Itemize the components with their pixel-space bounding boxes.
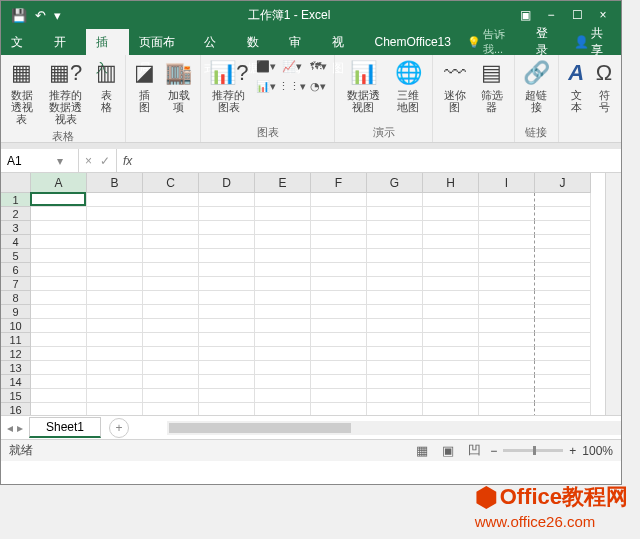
cell-J6[interactable] bbox=[535, 263, 591, 277]
cell-F2[interactable] bbox=[311, 207, 367, 221]
cell-F8[interactable] bbox=[311, 291, 367, 305]
cell-I3[interactable] bbox=[479, 221, 535, 235]
cell-J14[interactable] bbox=[535, 375, 591, 389]
cell-D3[interactable] bbox=[199, 221, 255, 235]
scatter-chart-icon[interactable]: ⋮⋮▾ bbox=[280, 77, 304, 95]
cell-B15[interactable] bbox=[87, 389, 143, 403]
cell-B4[interactable] bbox=[87, 235, 143, 249]
cell-A3[interactable] bbox=[31, 221, 87, 235]
tab-file[interactable]: 文件 bbox=[1, 29, 44, 55]
cell-C9[interactable] bbox=[143, 305, 199, 319]
cell-H8[interactable] bbox=[423, 291, 479, 305]
cell-C5[interactable] bbox=[143, 249, 199, 263]
row-header-2[interactable]: 2 bbox=[1, 207, 31, 221]
cell-J13[interactable] bbox=[535, 361, 591, 375]
tab-page-layout[interactable]: 页面布局 bbox=[129, 29, 194, 55]
cell-C6[interactable] bbox=[143, 263, 199, 277]
cell-G10[interactable] bbox=[367, 319, 423, 333]
text-button[interactable]: A文本 bbox=[563, 57, 589, 115]
cell-F3[interactable] bbox=[311, 221, 367, 235]
cell-I12[interactable] bbox=[479, 347, 535, 361]
cells-area[interactable] bbox=[31, 193, 591, 415]
cell-C3[interactable] bbox=[143, 221, 199, 235]
tab-insert[interactable]: 插入 bbox=[86, 29, 129, 55]
cell-B16[interactable] bbox=[87, 403, 143, 415]
cell-C14[interactable] bbox=[143, 375, 199, 389]
cell-A5[interactable] bbox=[31, 249, 87, 263]
cell-A7[interactable] bbox=[31, 277, 87, 291]
column-header-E[interactable]: E bbox=[255, 173, 311, 193]
horizontal-scrollbar[interactable] bbox=[167, 421, 621, 435]
cell-I14[interactable] bbox=[479, 375, 535, 389]
cell-J9[interactable] bbox=[535, 305, 591, 319]
cell-J7[interactable] bbox=[535, 277, 591, 291]
column-header-B[interactable]: B bbox=[87, 173, 143, 193]
select-all-corner[interactable] bbox=[1, 173, 31, 193]
cell-E3[interactable] bbox=[255, 221, 311, 235]
symbols-button[interactable]: Ω符号 bbox=[591, 57, 617, 115]
cell-J11[interactable] bbox=[535, 333, 591, 347]
cell-A1[interactable] bbox=[31, 193, 87, 207]
row-header-13[interactable]: 13 bbox=[1, 361, 31, 375]
cell-G2[interactable] bbox=[367, 207, 423, 221]
share-button[interactable]: 👤 共享 bbox=[566, 25, 621, 59]
row-header-12[interactable]: 12 bbox=[1, 347, 31, 361]
cell-F14[interactable] bbox=[311, 375, 367, 389]
cell-J4[interactable] bbox=[535, 235, 591, 249]
cell-H5[interactable] bbox=[423, 249, 479, 263]
cell-B6[interactable] bbox=[87, 263, 143, 277]
cell-E7[interactable] bbox=[255, 277, 311, 291]
addins-button[interactable]: 🏬加载项 bbox=[161, 57, 196, 115]
add-sheet-button[interactable]: + bbox=[109, 418, 129, 438]
cell-J5[interactable] bbox=[535, 249, 591, 263]
column-header-A[interactable]: A bbox=[31, 173, 87, 193]
cell-H9[interactable] bbox=[423, 305, 479, 319]
bar-chart-icon[interactable]: ⬛▾ bbox=[254, 57, 278, 75]
cell-E5[interactable] bbox=[255, 249, 311, 263]
cell-H12[interactable] bbox=[423, 347, 479, 361]
row-header-3[interactable]: 3 bbox=[1, 221, 31, 235]
pie-chart-icon[interactable]: ◔▾ bbox=[306, 77, 330, 95]
cell-J2[interactable] bbox=[535, 207, 591, 221]
cell-F1[interactable] bbox=[311, 193, 367, 207]
tab-data[interactable]: 数据 bbox=[237, 29, 280, 55]
row-header-6[interactable]: 6 bbox=[1, 263, 31, 277]
cell-D14[interactable] bbox=[199, 375, 255, 389]
cell-F13[interactable] bbox=[311, 361, 367, 375]
cell-D5[interactable] bbox=[199, 249, 255, 263]
cell-F4[interactable] bbox=[311, 235, 367, 249]
cell-D2[interactable] bbox=[199, 207, 255, 221]
cell-I2[interactable] bbox=[479, 207, 535, 221]
cell-G7[interactable] bbox=[367, 277, 423, 291]
cell-H4[interactable] bbox=[423, 235, 479, 249]
pivot-table-button[interactable]: ▦数据透视表 bbox=[5, 57, 39, 127]
row-header-14[interactable]: 14 bbox=[1, 375, 31, 389]
column-header-C[interactable]: C bbox=[143, 173, 199, 193]
row-header-8[interactable]: 8 bbox=[1, 291, 31, 305]
cell-H2[interactable] bbox=[423, 207, 479, 221]
formula-input[interactable] bbox=[138, 149, 621, 172]
cell-C8[interactable] bbox=[143, 291, 199, 305]
cell-I5[interactable] bbox=[479, 249, 535, 263]
cell-A12[interactable] bbox=[31, 347, 87, 361]
cell-F7[interactable] bbox=[311, 277, 367, 291]
hierarchy-chart-icon[interactable]: 📊▾ bbox=[254, 77, 278, 95]
cell-A6[interactable] bbox=[31, 263, 87, 277]
cell-G12[interactable] bbox=[367, 347, 423, 361]
cell-F16[interactable] bbox=[311, 403, 367, 415]
cell-C12[interactable] bbox=[143, 347, 199, 361]
row-header-11[interactable]: 11 bbox=[1, 333, 31, 347]
zoom-in-icon[interactable]: + bbox=[569, 444, 576, 458]
cell-H14[interactable] bbox=[423, 375, 479, 389]
row-header-4[interactable]: 4 bbox=[1, 235, 31, 249]
column-header-D[interactable]: D bbox=[199, 173, 255, 193]
cell-E8[interactable] bbox=[255, 291, 311, 305]
table-button[interactable]: ▥表格 bbox=[92, 57, 121, 115]
cell-B5[interactable] bbox=[87, 249, 143, 263]
cell-I9[interactable] bbox=[479, 305, 535, 319]
maximize-icon[interactable]: ☐ bbox=[567, 8, 587, 22]
cell-G9[interactable] bbox=[367, 305, 423, 319]
cell-G15[interactable] bbox=[367, 389, 423, 403]
hscroll-thumb[interactable] bbox=[169, 423, 351, 433]
column-header-I[interactable]: I bbox=[479, 173, 535, 193]
